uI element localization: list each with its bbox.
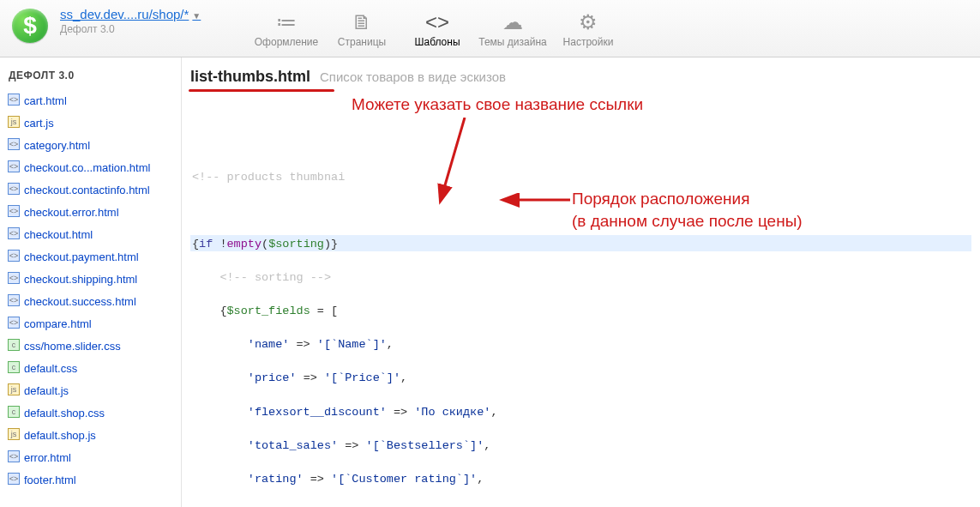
- current-file: list-thumbs.html: [190, 68, 310, 85]
- sidebar-item-label: css/home.slider.css: [24, 340, 121, 353]
- html-file-icon: <>: [8, 294, 20, 306]
- sidebar-item-label: checkout.html: [24, 228, 93, 241]
- html-file-icon: <>: [8, 317, 20, 329]
- sidebar-item[interactable]: ccss/home.slider.css: [0, 335, 181, 358]
- sidebar-item-label: checkout.success.html: [24, 295, 136, 308]
- sidebar-item[interactable]: <>checkout.contactinfo.html: [0, 179, 181, 202]
- cloud-icon: ☁: [475, 10, 550, 33]
- css-file-icon: c: [8, 406, 20, 418]
- sidebar-item-label: checkout.payment.html: [24, 250, 139, 263]
- js-file-icon: js: [8, 428, 20, 440]
- html-file-icon: <>: [8, 205, 20, 217]
- tab-themes[interactable]: ☁Темы дизайна: [475, 5, 550, 53]
- theme-sublabel: Дефолт 3.0: [60, 23, 223, 35]
- html-file-icon: <>: [8, 250, 20, 262]
- sidebar-item-label: cart.js: [24, 117, 54, 130]
- sidebar-item[interactable]: <>checkout.shipping.html: [0, 269, 181, 291]
- code-icon: <>: [400, 10, 475, 33]
- sidebar-item[interactable]: jsdefault.js: [0, 380, 181, 402]
- sidebar-item-label: default.shop.js: [24, 429, 96, 442]
- css-file-icon: c: [8, 339, 20, 351]
- breadcrumb: list-thumbs.html Список товаров в виде э…: [190, 68, 971, 86]
- sidebar-heading: ДЕФОЛТ 3.0: [0, 57, 181, 90]
- sidebar-item-label: checkout.contactinfo.html: [24, 184, 150, 196]
- brush-icon: ≔: [249, 10, 324, 33]
- sidebar-item-label: footer.html: [24, 474, 76, 486]
- chevron-down-icon: ▼: [192, 11, 201, 21]
- file-description: Список товаров в виде эскизов: [320, 69, 506, 84]
- html-file-icon: <>: [8, 450, 20, 462]
- js-file-icon: js: [8, 116, 20, 128]
- sidebar-item[interactable]: <>checkout.error.html: [0, 202, 181, 224]
- app-logo-badge: $: [12, 9, 48, 43]
- html-file-icon: <>: [8, 138, 20, 150]
- sidebar-item[interactable]: <>checkout.success.html: [0, 291, 181, 313]
- html-file-icon: <>: [8, 272, 20, 284]
- code-editor[interactable]: <!-- products thumbnai {if !empty($sorti…: [190, 102, 971, 507]
- sidebar-item[interactable]: <>checkout.co...mation.html: [0, 157, 181, 179]
- js-file-icon: js: [8, 383, 20, 395]
- sidebar-item[interactable]: jsdefault.shop.js: [0, 425, 181, 447]
- html-file-icon: <>: [8, 160, 20, 172]
- sidebar-item-label: checkout.shipping.html: [24, 273, 137, 286]
- sidebar-item[interactable]: <>checkout.payment.html: [0, 246, 181, 269]
- sidebar-item-label: cart.html: [24, 94, 67, 107]
- sidebar-item-label: checkout.co...mation.html: [24, 161, 150, 174]
- sidebar-item-label: error.html: [24, 451, 71, 464]
- sidebar-item[interactable]: <>checkout.html: [0, 224, 181, 246]
- annotation-underline: [189, 89, 334, 92]
- sidebar-item[interactable]: jscart.js: [0, 112, 181, 135]
- sidebar-item-label: category.html: [24, 139, 90, 152]
- html-file-icon: <>: [8, 94, 20, 106]
- sidebar-item-label: checkout.error.html: [24, 206, 119, 219]
- sidebar-item-label: default.js: [24, 384, 69, 397]
- html-file-icon: <>: [8, 227, 20, 239]
- header-bar: $ ss_dev.dev....ru/shop/*▼ Дефолт 3.0 ≔О…: [0, 0, 980, 57]
- sidebar-item-label: compare.html: [24, 317, 92, 330]
- sidebar-item[interactable]: <>compare.html: [0, 313, 181, 335]
- sidebar-item[interactable]: <>cart.html: [0, 90, 181, 112]
- gear-icon: ⚙: [550, 10, 626, 33]
- sidebar-item-label: default.css: [24, 362, 77, 375]
- sidebar-item[interactable]: cdefault.css: [0, 358, 181, 380]
- css-file-icon: c: [8, 361, 20, 373]
- pages-icon: 🗎: [324, 10, 400, 33]
- sidebar-item[interactable]: <>error.html: [0, 447, 181, 469]
- tabs: ≔Оформление 🗎Страницы <>Шаблоны ☁Темы ди…: [249, 5, 626, 53]
- html-file-icon: <>: [8, 183, 20, 195]
- sidebar-item[interactable]: cdefault.shop.css: [0, 402, 181, 425]
- tab-design[interactable]: ≔Оформление: [249, 5, 324, 53]
- dollar-icon: $: [23, 12, 37, 39]
- sidebar-item[interactable]: <>category.html: [0, 135, 181, 157]
- sidebar-item[interactable]: <>footer.html: [0, 469, 181, 492]
- tab-pages[interactable]: 🗎Страницы: [324, 5, 400, 53]
- sidebar-item-label: default.shop.css: [24, 407, 105, 419]
- tab-settings[interactable]: ⚙Настройки: [550, 5, 626, 53]
- html-file-icon: <>: [8, 473, 20, 485]
- domain-dropdown[interactable]: ss_dev.dev....ru/shop/*▼: [60, 7, 201, 21]
- content-area: list-thumbs.html Список товаров в виде э…: [182, 57, 980, 507]
- tab-templates[interactable]: <>Шаблоны: [400, 5, 475, 53]
- sidebar: ДЕФОЛТ 3.0 <>cart.htmljscart.js<>categor…: [0, 57, 182, 507]
